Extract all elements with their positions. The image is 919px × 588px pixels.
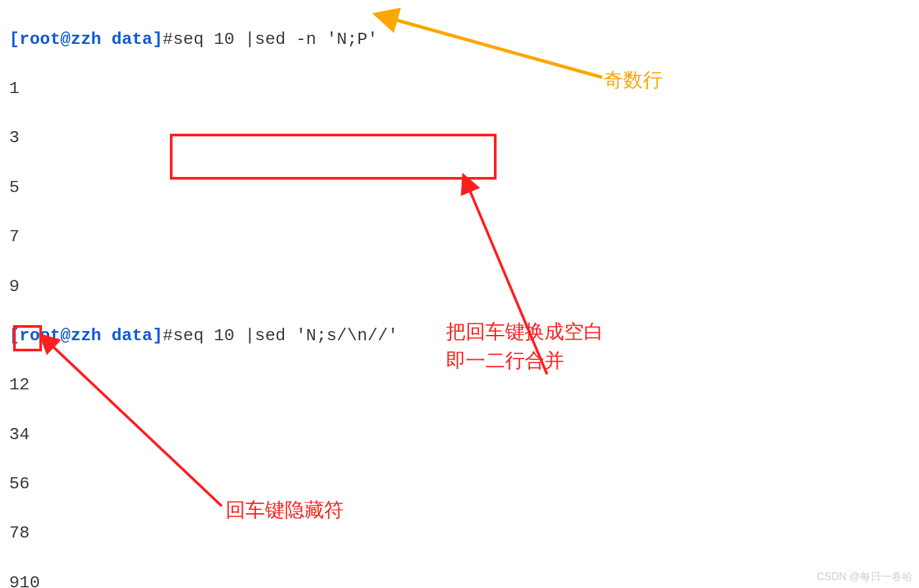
ps1: [root@zzh data]	[9, 29, 163, 49]
prompt-line-1: [root@zzh data]#seq 10 |sed -n 'N;P'	[9, 28, 919, 52]
watermark: CSDN @每日一卷哈	[817, 569, 912, 584]
annotation-odd-lines: 奇数行	[603, 66, 663, 94]
output-line: 910	[9, 571, 919, 588]
output-line: 5	[9, 176, 919, 201]
hash: #	[163, 326, 173, 345]
command-2: seq 10 |sed 'N;s/\n//'	[173, 326, 398, 345]
ps1: [root@zzh data]	[9, 326, 163, 345]
command-1: seq 10 |sed -n 'N;P'	[173, 29, 378, 49]
terminal-output: [root@zzh data]#seq 10 |sed -n 'N;P' 1 3…	[0, 0, 919, 588]
annotation-enter-hidden: 回车键隐藏符	[226, 496, 344, 524]
output-line: 3	[9, 126, 919, 151]
output-line: 9	[9, 275, 919, 300]
output-line: 34	[9, 423, 919, 448]
output-line: 78	[9, 521, 919, 546]
hash: #	[163, 29, 173, 49]
output-line: 56	[9, 472, 919, 497]
output-line: 1	[9, 77, 919, 102]
annotation-merge-lines: 把回车键换成空白 即一二行合并	[446, 317, 603, 374]
output-line: 12	[9, 373, 919, 398]
output-line: 7	[9, 225, 919, 250]
